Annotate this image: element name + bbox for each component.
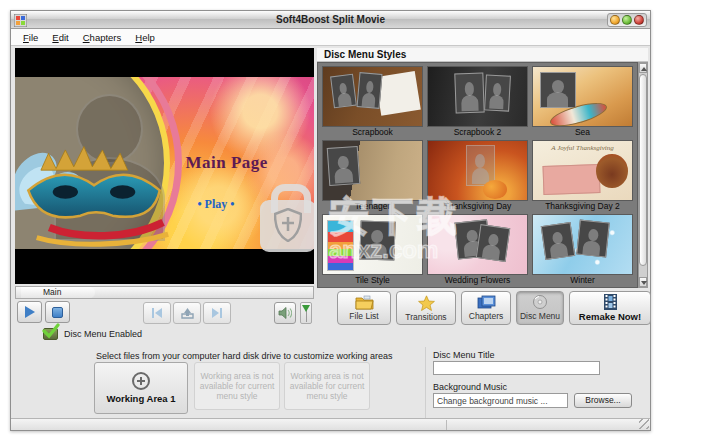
volume-slider[interactable] [300, 302, 312, 324]
disc-menu-enabled-checkbox[interactable]: Disc Menu Enabled [43, 328, 142, 340]
bottom-divider [425, 347, 426, 421]
menu-edit[interactable]: Edit [46, 30, 74, 45]
working-area-2-disabled: Working area is not available for curren… [194, 362, 280, 410]
status-bar [11, 418, 650, 430]
next-icon [211, 308, 223, 318]
section-nav-buttons: File List Transitions Chapters Disc Menu… [337, 291, 652, 327]
scrollbar-thumb[interactable] [639, 74, 647, 266]
resize-grip[interactable] [639, 419, 649, 429]
chapters-button[interactable]: Chapters [461, 291, 511, 325]
checkbox-checked-icon [43, 328, 58, 340]
chapter-nav-group [143, 302, 231, 324]
speaker-icon [278, 307, 292, 319]
window-title: Soft4Boost Split Movie [11, 14, 650, 25]
home-icon [181, 308, 194, 319]
status-bar-divider [446, 420, 447, 430]
transitions-button[interactable]: Transitions [396, 291, 456, 325]
transport-controls [15, 301, 314, 325]
thumbnail-label: Sea [532, 127, 633, 138]
scroll-down-arrow[interactable] [639, 277, 647, 287]
menu-help[interactable]: Help [129, 30, 161, 45]
style-thumbnail-thanksgiving-day[interactable]: Thanksgiving Day [425, 139, 530, 213]
working-areas-hint: Select files from your computer hard dis… [96, 351, 393, 361]
disc-menu-icon [532, 295, 548, 310]
thumbnail-label: Wedding Flowers [427, 275, 528, 286]
thumbnail-image [427, 66, 528, 127]
volume-handle[interactable] [302, 305, 310, 312]
thumbnail-image [532, 66, 633, 127]
chapters-icon [477, 295, 496, 310]
file-list-icon [355, 295, 374, 310]
thumbnail-image [427, 214, 528, 275]
working-area-label: Working Area 1 [106, 393, 175, 404]
thumbnail-caption-text: A Joyful Thanksgiving [533, 144, 632, 152]
maximize-button[interactable] [622, 15, 632, 25]
remake-now-button[interactable]: Remake Now! [569, 291, 651, 325]
stop-icon [52, 307, 63, 318]
masquerade-mask-graphic [15, 125, 188, 249]
thumbnail-label: Tile Style [322, 275, 423, 286]
thumbnail-image [322, 214, 423, 275]
play-icon [25, 306, 35, 318]
minimize-button[interactable] [610, 15, 620, 25]
app-window: Soft4Boost Split Movie File Edit Chapter… [10, 10, 651, 431]
style-thumbnail-wedding-flowers[interactable]: Wedding Flowers [425, 213, 530, 287]
style-thumbnail-scrapbook[interactable]: Scrapbook [320, 65, 425, 139]
style-thumbnail-winter[interactable]: Winter [530, 213, 635, 287]
previous-chapter-button[interactable] [143, 302, 171, 324]
filmstrip-icon [603, 294, 618, 310]
tab-main[interactable]: Main [21, 287, 95, 298]
preview-main-page-title: Main Page [185, 153, 267, 173]
thumbnail-image [322, 140, 423, 201]
mute-button[interactable] [274, 302, 296, 324]
stop-button[interactable] [45, 301, 70, 323]
working-area-3-disabled: Working area is not available for curren… [284, 362, 370, 410]
thumbnail-label: Winter [532, 275, 633, 286]
title-bar: Soft4Boost Split Movie [11, 11, 650, 29]
background-music-label: Background Music [433, 382, 507, 392]
style-thumbnail-sea[interactable]: Sea [530, 65, 635, 139]
thumbnail-image: A Joyful Thanksgiving [532, 140, 633, 201]
window-controls [607, 13, 647, 27]
transitions-icon [418, 295, 435, 311]
menu-chapters[interactable]: Chapters [77, 30, 128, 45]
background-music-input[interactable] [433, 393, 568, 408]
styles-panel-header: Disc Menu Styles [317, 48, 648, 62]
styles-scrollbar[interactable] [638, 62, 648, 288]
disc-menu-button[interactable]: Disc Menu [516, 291, 564, 325]
video-preview[interactable]: Main Page • Play • [15, 48, 314, 284]
previous-icon [151, 308, 163, 318]
working-area-1-button[interactable]: Working Area 1 [94, 362, 188, 414]
add-plus-icon [132, 372, 150, 390]
next-chapter-button[interactable] [203, 302, 231, 324]
style-thumbnail-scrapbook-2[interactable]: Scrapbook 2 [425, 65, 530, 139]
thumbnail-image [322, 66, 423, 127]
thumbnail-image [532, 214, 633, 275]
menu-page-tab-bar: Main [15, 286, 314, 299]
scroll-up-arrow[interactable] [639, 63, 647, 73]
menu-bar: File Edit Chapters Help [11, 29, 650, 46]
thumbnail-label: Teenager [322, 201, 423, 212]
play-button[interactable] [17, 301, 42, 323]
style-thumbnail-teenager[interactable]: Teenager [320, 139, 425, 213]
disc-menu-enabled-label: Disc Menu Enabled [64, 329, 142, 339]
disc-menu-title-label: Disc Menu Title [433, 350, 495, 360]
thumbnail-label: Scrapbook 2 [427, 127, 528, 138]
thumbnail-label: Thanksgiving Day [427, 201, 528, 212]
watermark-lock-icon [260, 200, 314, 252]
thumbnail-label: Thanksgiving Day 2 [532, 201, 633, 212]
screenshot-root: Soft4Boost Split Movie File Edit Chapter… [0, 0, 716, 443]
style-thumbnail-thanksgiving-day-2[interactable]: A Joyful Thanksgiving Thanksgiving Day 2 [530, 139, 635, 213]
disc-menu-styles-grid: Scrapbook Scrapbook 2 Sea Teenager [317, 62, 638, 288]
file-list-button[interactable]: File List [337, 291, 391, 325]
disc-menu-title-input[interactable] [433, 361, 600, 375]
browse-button[interactable]: Browse... [574, 393, 632, 408]
thumbnail-image [427, 140, 528, 201]
style-thumbnail-tile-style[interactable]: Tile Style [320, 213, 425, 287]
close-button[interactable] [634, 15, 644, 25]
menu-file[interactable]: File [17, 30, 44, 45]
home-menu-button[interactable] [173, 302, 201, 324]
thumbnail-label: Scrapbook [322, 127, 423, 138]
preview-play-button-text[interactable]: • Play • [197, 197, 234, 212]
